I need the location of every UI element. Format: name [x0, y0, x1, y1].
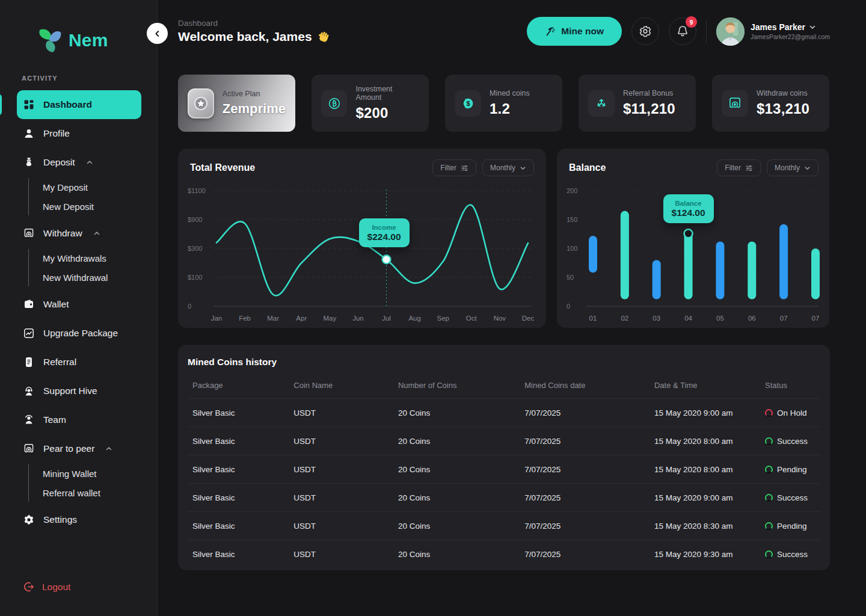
table-row[interactable]: Silver BasicUSDT20 Coins7/07/202515 May … [188, 427, 820, 455]
stats-row: Active Plan Zemprime Investment Amount$2… [178, 75, 830, 132]
sidebar-item-referral[interactable]: Referral [17, 348, 141, 377]
package-cell: Silver Basic [188, 512, 289, 540]
balance-filter-button[interactable]: Filter [717, 159, 761, 176]
sidebar-item-pear-to-peer[interactable]: Pear to peer [17, 434, 141, 463]
settings-header-button[interactable] [631, 17, 659, 45]
svg-text:Nov: Nov [494, 315, 506, 322]
status-ring-icon [765, 494, 773, 502]
sidebar-item-withdraw[interactable]: Withdraw [17, 219, 141, 248]
sidebar-item-label: Settings [43, 514, 77, 525]
nem-logo-icon [36, 27, 63, 54]
svg-text:Jun: Jun [352, 315, 364, 322]
table-row[interactable]: Silver BasicUSDT20 Coins7/07/202515 May … [188, 512, 820, 540]
revenue-chart[interactable]: $1100$900$300$1000JanFebMarAprMayJunJulA… [188, 185, 536, 324]
sidebar-item-deposit[interactable]: Deposit [17, 148, 141, 177]
sidebar-item-support-hive[interactable]: Support Hive [17, 377, 141, 405]
column-header-package: Package [188, 375, 289, 399]
status-ring-icon [765, 522, 773, 530]
package-cell: Silver Basic [188, 399, 289, 427]
balance-chart[interactable]: 2001501005000102030405060707 Balance $12… [567, 185, 821, 324]
balance-title: Balance [569, 162, 606, 173]
svg-text:50: 50 [567, 274, 574, 281]
svg-text:Sep: Sep [437, 315, 449, 322]
network-icon [588, 90, 615, 117]
sidebar-item-label: Wallet [43, 299, 69, 310]
status-cell: Success [760, 540, 820, 568]
status-cell: On Hold [760, 399, 820, 427]
sidebar-item-settings[interactable]: Settings [17, 505, 141, 534]
svg-text:Apr: Apr [296, 315, 307, 322]
breadcrumb: Dashboard [178, 19, 331, 28]
sidebar-item-profile[interactable]: Profile [17, 119, 141, 148]
coins-cell: 20 Coins [393, 427, 520, 455]
svg-text:07: 07 [780, 315, 788, 322]
coin-cell: USDT [289, 512, 393, 540]
status-label: Pending [777, 522, 807, 531]
status-cell: Success [760, 427, 820, 455]
sidebar-subitem-my-deposit[interactable]: My Deposit [43, 178, 157, 196]
balance-period-select[interactable]: Monthly [767, 159, 818, 176]
filter-icon [461, 164, 468, 172]
bitcoin-icon [321, 90, 347, 117]
stat-card-mined-coins: $Mined coins1.2 [445, 75, 562, 132]
status-cell: Pending [760, 512, 820, 540]
chart-icon [23, 327, 35, 339]
sidebar-subitem-mining-wallet[interactable]: Mining Wallet [43, 464, 157, 482]
sidebar-subitem-my-withdrawals[interactable]: My Withdrawals [43, 249, 157, 267]
package-cell: Silver Basic [188, 540, 289, 568]
sidebar-item-team[interactable]: Team [17, 405, 141, 434]
stat-card-referral-bonus: Referral Bonus$11,210 [579, 75, 696, 132]
table-row[interactable]: Silver BasicUSDT20 Coins7/07/202515 May … [188, 399, 820, 427]
svg-text:100: 100 [567, 245, 577, 252]
settings-icon [23, 514, 35, 526]
coin-cell: USDT [289, 484, 393, 512]
wave-hand-icon [317, 29, 331, 44]
stat-value: 1.2 [490, 100, 530, 117]
user-menu[interactable]: James Parker JamesParker22@gmail.com [716, 17, 830, 46]
table-row[interactable]: Silver BasicUSDT20 Coins7/07/202515 May … [188, 455, 820, 484]
coin-cell: USDT [289, 399, 393, 427]
stat-card-withdraw-coins: Withdraw coins$13,210 [712, 75, 829, 132]
star-badge-icon [188, 88, 214, 119]
chevron-up-icon [105, 445, 112, 452]
user-icon [23, 128, 35, 140]
sidebar-item-dashboard[interactable]: Dashboard [17, 90, 141, 119]
datetime-cell: 15 May 2020 9:00 am [650, 399, 760, 427]
table-row[interactable]: Silver BasicUSDT20 Coins7/07/202515 May … [188, 484, 820, 512]
support-icon [23, 385, 35, 397]
sidebar-item-label: Withdraw [43, 228, 82, 239]
sidebar-item-wallet[interactable]: Wallet [17, 290, 141, 319]
table-row[interactable]: Silver BasicUSDT20 Coins7/07/202515 May … [188, 540, 820, 568]
sidebar-item-upgrade-package[interactable]: Upgrade Package [17, 319, 141, 348]
revenue-period-select[interactable]: Monthly [482, 159, 534, 176]
svg-text:06: 06 [748, 315, 756, 322]
mine-now-button[interactable]: Mine now [527, 17, 622, 46]
svg-text:150: 150 [567, 216, 577, 223]
bell-icon [676, 25, 689, 38]
p2p-icon [23, 443, 35, 455]
active-plan-card[interactable]: Active Plan Zemprime [178, 75, 295, 132]
sidebar-item-label: Dashboard [43, 99, 92, 110]
coin-cell: USDT [289, 427, 393, 455]
notifications-button[interactable]: 9 [669, 17, 696, 45]
sidebar-item-label: Upgrade Package [43, 328, 118, 339]
sidebar-item-label: Profile [43, 128, 70, 139]
coins-cell: 20 Coins [393, 512, 520, 540]
chevron-up-icon [93, 230, 100, 237]
stat-label: Mined coins [490, 89, 530, 97]
logout-button[interactable]: Logout [23, 581, 157, 593]
sidebar-subitem-new-deposit[interactable]: New Deposit [43, 197, 157, 215]
date-cell: 7/07/2025 [520, 540, 650, 568]
topbar: Dashboard Welcome back, James [178, 0, 830, 63]
date-cell: 7/07/2025 [520, 455, 650, 484]
status-ring-icon [765, 437, 773, 445]
sidebar-subitem-referral-wallet[interactable]: Referral wallet [43, 484, 157, 502]
revenue-filter-button[interactable]: Filter [432, 159, 476, 176]
svg-text:$900: $900 [188, 216, 202, 223]
active-plan-label: Active Plan [223, 90, 286, 98]
column-header-mined-coins-date: Mined Coins date [520, 375, 650, 399]
back-button[interactable] [147, 23, 168, 44]
sidebar-subitem-new-withdrawal[interactable]: New Withdrawal [43, 268, 157, 286]
page-title: Welcome back, James [178, 29, 331, 44]
svg-text:Jul: Jul [382, 315, 391, 322]
